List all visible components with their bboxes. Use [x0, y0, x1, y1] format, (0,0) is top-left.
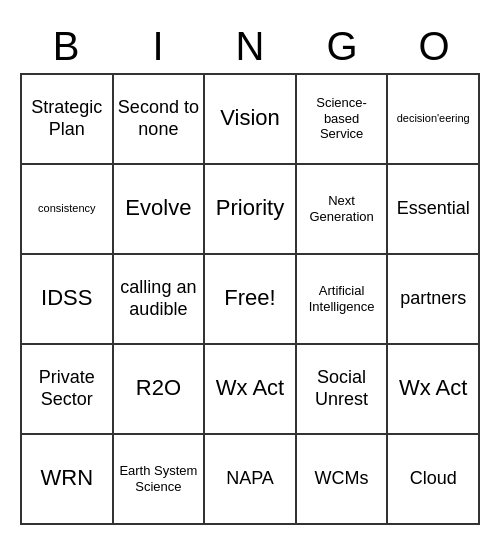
header-letter-O: O [388, 20, 480, 73]
bingo-cell-13: Artificial Intelligence [297, 255, 389, 345]
cell-text-1: Second to none [118, 97, 200, 140]
cell-text-16: R2O [136, 375, 181, 401]
bingo-cell-14: partners [388, 255, 480, 345]
bingo-cell-17: Wx Act [205, 345, 297, 435]
bingo-cell-4: decision'eering [388, 75, 480, 165]
bingo-cell-19: Wx Act [388, 345, 480, 435]
header-letter-B: B [20, 20, 112, 73]
cell-text-15: Private Sector [26, 367, 108, 410]
bingo-cell-16: R2O [114, 345, 206, 435]
cell-text-13: Artificial Intelligence [301, 283, 383, 314]
cell-text-10: IDSS [41, 285, 92, 311]
bingo-cell-22: NAPA [205, 435, 297, 525]
cell-text-12: Free! [224, 285, 275, 311]
bingo-cell-18: Social Unrest [297, 345, 389, 435]
bingo-cell-23: WCMs [297, 435, 389, 525]
bingo-cell-11: calling an audible [114, 255, 206, 345]
cell-text-5: consistency [38, 202, 95, 215]
cell-text-9: Essential [397, 198, 470, 220]
bingo-cell-7: Priority [205, 165, 297, 255]
cell-text-21: Earth System Science [118, 463, 200, 494]
cell-text-22: NAPA [226, 468, 274, 490]
bingo-cell-15: Private Sector [22, 345, 114, 435]
header-letter-I: I [112, 20, 204, 73]
bingo-grid: Strategic PlanSecond to noneVisionScienc… [20, 73, 480, 525]
bingo-cell-2: Vision [205, 75, 297, 165]
cell-text-4: decision'eering [397, 112, 470, 125]
cell-text-17: Wx Act [216, 375, 284, 401]
bingo-cell-0: Strategic Plan [22, 75, 114, 165]
bingo-cell-5: consistency [22, 165, 114, 255]
header-letter-N: N [204, 20, 296, 73]
cell-text-19: Wx Act [399, 375, 467, 401]
bingo-cell-10: IDSS [22, 255, 114, 345]
cell-text-2: Vision [220, 105, 280, 131]
bingo-cell-8: Next Generation [297, 165, 389, 255]
cell-text-18: Social Unrest [301, 367, 383, 410]
bingo-cell-20: WRN [22, 435, 114, 525]
cell-text-11: calling an audible [118, 277, 200, 320]
cell-text-14: partners [400, 288, 466, 310]
cell-text-8: Next Generation [301, 193, 383, 224]
header-letter-G: G [296, 20, 388, 73]
cell-text-20: WRN [41, 465, 94, 491]
cell-text-24: Cloud [410, 468, 457, 490]
cell-text-3: Science-based Service [301, 95, 383, 142]
bingo-card: BINGO Strategic PlanSecond to noneVision… [20, 20, 480, 525]
cell-text-0: Strategic Plan [26, 97, 108, 140]
cell-text-7: Priority [216, 195, 284, 221]
bingo-cell-12: Free! [205, 255, 297, 345]
bingo-cell-9: Essential [388, 165, 480, 255]
cell-text-23: WCMs [315, 468, 369, 490]
bingo-cell-3: Science-based Service [297, 75, 389, 165]
bingo-cell-24: Cloud [388, 435, 480, 525]
bingo-cell-21: Earth System Science [114, 435, 206, 525]
bingo-cell-1: Second to none [114, 75, 206, 165]
bingo-header: BINGO [20, 20, 480, 73]
bingo-cell-6: Evolve [114, 165, 206, 255]
cell-text-6: Evolve [125, 195, 191, 221]
